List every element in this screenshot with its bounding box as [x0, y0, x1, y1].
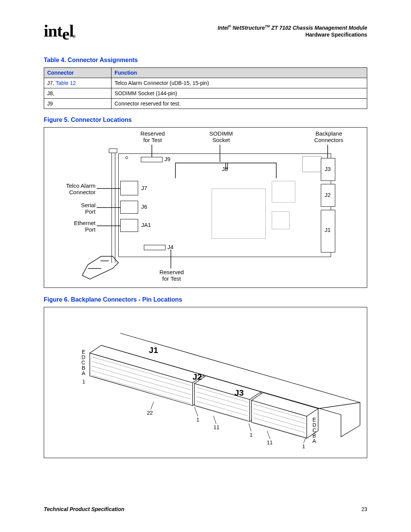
label-J8: J8: [222, 166, 228, 172]
svg-line-33: [213, 416, 216, 424]
svg-line-35: [249, 423, 251, 431]
svg-text:1: 1: [82, 379, 85, 385]
header-title-block: Intel® NetStructureTM ZT 7102 Chassis Ma…: [218, 23, 367, 38]
figure5-diagram: Reserved for Test SODIMM Socket Backplan…: [44, 127, 367, 288]
svg-text:A: A: [82, 370, 86, 376]
table4-caption: Table 4. Connector Assignments: [44, 57, 367, 64]
svg-text:11: 11: [267, 439, 273, 446]
table-row: J7, Table 12 Telco Alarm Connector (uDB-…: [44, 78, 367, 88]
label-J2: J2: [325, 192, 331, 198]
intel-logo: intel®: [44, 23, 76, 40]
label-telco: Telco Alarm Connector: [54, 183, 96, 195]
figure6-caption: Figure 6. Backplane Connectors - Pin Loc…: [44, 296, 367, 303]
label-J1-fig6: J1: [149, 345, 158, 355]
table-row: J9 Connector reserved for test.: [44, 99, 367, 109]
label-J6: J6: [141, 203, 147, 210]
svg-text:22: 22: [147, 410, 153, 416]
table4-col-function: Function: [112, 68, 367, 78]
svg-text:1: 1: [302, 443, 305, 449]
label-reserved-top: Reserved for Test: [130, 131, 175, 143]
svg-text:1: 1: [196, 417, 199, 423]
link-table12[interactable]: Table 12: [56, 80, 76, 86]
label-J4: J4: [167, 244, 174, 250]
svg-text:1: 1: [250, 432, 253, 438]
header-subtitle: Hardware Specifications: [218, 31, 367, 38]
connector-assignments-table: Connector Function J7, Table 12 Telco Al…: [44, 67, 367, 109]
label-JA1: JA1: [141, 222, 151, 228]
label-sodimm: SODIMM Socket: [198, 131, 244, 143]
label-backplane: Backplane Connectors: [306, 131, 352, 143]
label-ethernet: Ethernet Port: [54, 220, 96, 233]
svg-line-29: [151, 402, 154, 409]
svg-line-31: [194, 407, 198, 416]
label-J9: J9: [164, 156, 170, 162]
product-title: Intel® NetStructureTM ZT 7102 Chassis Ma…: [218, 24, 367, 31]
figure5-caption: Figure 5. Connector Locations: [44, 117, 367, 123]
table4-col-connector: Connector: [44, 68, 112, 78]
footer-page-number: 23: [361, 506, 367, 512]
svg-text:11: 11: [213, 424, 220, 430]
svg-text:A: A: [312, 438, 316, 444]
table-row: J8, SODIMM Socket (144-pin): [44, 88, 367, 99]
label-J2-fig6: J2: [193, 372, 202, 382]
label-serial: Serial Port: [54, 202, 96, 215]
figure6-diagram: E D C B A 1 J1 J2 J3 22 1 11 1 11 1 E D: [44, 307, 367, 458]
footer-left: Technical Product Specification: [44, 506, 124, 512]
label-J7: J7: [141, 185, 147, 191]
label-J1: J1: [325, 227, 331, 233]
page-header: intel® Intel® NetStructureTM ZT 7102 Cha…: [44, 23, 367, 40]
label-J3: J3: [325, 166, 331, 172]
svg-line-37: [267, 431, 270, 439]
label-reserved-bottom: Reserved for Test: [149, 269, 194, 282]
page-footer: Technical Product Specification 23: [44, 506, 367, 512]
label-J3-fig6: J3: [234, 388, 244, 398]
